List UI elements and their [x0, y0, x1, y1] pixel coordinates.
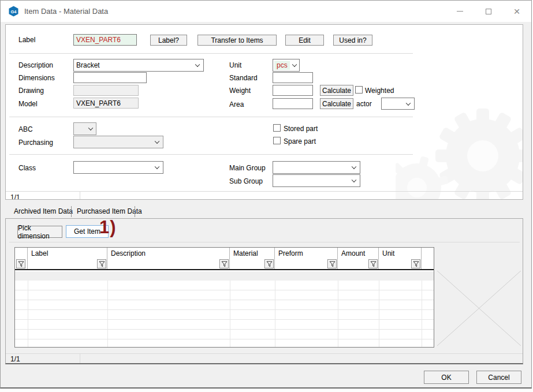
gridline — [338, 281, 338, 347]
column-header-material[interactable]: Material — [230, 248, 275, 259]
standard-input[interactable] — [273, 72, 313, 83]
model-value: VXEN_PART6 — [76, 99, 121, 107]
filter-funnel-icon[interactable] — [219, 259, 229, 268]
gridline — [28, 281, 28, 347]
gridline — [107, 281, 108, 347]
column-header-filler — [422, 248, 434, 259]
filter-funnel-icon[interactable] — [411, 259, 420, 268]
gridline — [379, 281, 379, 347]
weight-input[interactable] — [273, 85, 313, 96]
filter-cell-filler — [422, 259, 434, 269]
filter-cell-preform — [275, 259, 338, 269]
annotation-1: 1) — [99, 218, 117, 238]
main-group-combobox[interactable] — [273, 161, 360, 174]
area-caption: Area — [229, 100, 244, 109]
cancel-button[interactable]: Cancel — [476, 371, 521, 384]
record-pager: 1/1 — [10, 193, 20, 200]
edit-button[interactable]: Edit — [285, 35, 324, 46]
column-header-unit[interactable]: Unit — [379, 248, 422, 259]
table-filter-row — [15, 259, 434, 270]
used-in-button[interactable]: Used in? — [333, 35, 372, 46]
sub-group-combobox[interactable] — [273, 174, 360, 187]
separator — [9, 117, 413, 117]
get-item-button-text: Get Item — [74, 227, 100, 236]
area-input[interactable] — [273, 98, 313, 109]
close-icon[interactable]: × — [509, 1, 524, 22]
stored-part-checkbox[interactable] — [273, 124, 281, 132]
table-header-row: Label Description Material Preform Amoun… — [15, 248, 434, 259]
filter-funnel-icon[interactable] — [327, 259, 337, 268]
chevron-down-icon — [88, 126, 93, 130]
column-header-label[interactable]: Label — [28, 248, 107, 259]
tab-divider — [135, 206, 135, 217]
chevron-down-icon — [155, 139, 159, 144]
table-empty-rows — [15, 281, 434, 347]
purchasing-caption: Purchasing — [18, 139, 53, 147]
tab-divider — [71, 206, 72, 217]
column-header-label-text: Label — [28, 248, 107, 257]
table-new-row — [15, 271, 434, 281]
chevron-down-icon — [352, 165, 356, 169]
item-data-dialog: G4 Item Data - Material Data × — [0, 0, 532, 389]
description-caption: Description — [18, 61, 53, 69]
pick-dimension-button-text: Pick dimension — [18, 224, 62, 240]
tab-purchased-item-data[interactable]: Purchased Item Data — [77, 207, 142, 215]
filter-funnel-icon[interactable] — [97, 259, 106, 268]
table-body[interactable] — [15, 271, 434, 347]
chevron-down-icon — [292, 62, 297, 67]
pager-strip-border — [6, 191, 523, 192]
unit-value: pcs — [274, 61, 290, 70]
separator — [9, 53, 413, 54]
pager-divider — [80, 191, 80, 199]
unit-caption: Unit — [229, 61, 241, 69]
calculate-area-button-text: Calculate — [322, 100, 351, 108]
column-header-material-text: Material — [230, 248, 274, 257]
column-header-unit-text: Unit — [379, 248, 421, 257]
column-header-description-text: Description — [107, 248, 229, 257]
gear-watermark-icon — [396, 104, 523, 200]
ok-button[interactable]: OK — [424, 371, 469, 384]
unit-combobox[interactable]: pcs — [273, 59, 300, 72]
minimize-icon[interactable] — [452, 1, 467, 22]
chevron-down-icon — [406, 100, 411, 105]
pager-divider — [80, 353, 80, 363]
calculate-area-button[interactable]: Calculate — [320, 98, 353, 109]
column-header-description[interactable]: Description — [107, 248, 230, 259]
column-header-preform[interactable]: Preform — [275, 248, 338, 259]
pick-dimension-button[interactable]: Pick dimension — [17, 226, 62, 238]
label-question-button[interactable]: Label? — [150, 35, 187, 46]
description-combobox[interactable]: Bracket — [73, 59, 204, 72]
maximize-icon[interactable] — [481, 1, 496, 22]
weighted-checkbox[interactable] — [355, 86, 363, 94]
abc-combobox[interactable] — [73, 122, 96, 135]
calculate-weight-button[interactable]: Calculate — [320, 85, 353, 96]
window-title: Item Data - Material Data — [24, 1, 108, 22]
chevron-down-icon — [352, 178, 356, 182]
weighted-caption: Weighted — [365, 87, 394, 95]
gridline — [275, 281, 275, 347]
factor-combobox[interactable] — [381, 98, 415, 110]
filter-funnel-icon[interactable] — [16, 259, 25, 268]
tab-archived-item-data[interactable]: Archived Item Data — [14, 207, 73, 215]
filter-funnel-icon[interactable] — [368, 259, 378, 268]
transfer-to-items-button[interactable]: Transfer to Items — [197, 35, 277, 46]
filter-cell-selector — [15, 259, 28, 269]
maximize-glyph — [486, 9, 491, 14]
dimensions-caption: Dimensions — [18, 74, 55, 82]
filter-funnel-icon[interactable] — [264, 259, 274, 268]
close-glyph: × — [513, 6, 520, 17]
model-caption: Model — [18, 100, 38, 108]
separator — [9, 242, 520, 242]
gridline — [422, 281, 422, 347]
factor-caption: actor — [356, 100, 372, 108]
title-bar[interactable]: G4 Item Data - Material Data × — [1, 1, 531, 22]
spare-part-checkbox[interactable] — [273, 137, 281, 144]
column-header-amount[interactable]: Amount — [338, 248, 379, 259]
archived-items-table[interactable]: Label Description Material Preform Amoun… — [14, 247, 434, 348]
weight-caption: Weight — [229, 87, 251, 95]
label-input[interactable]: VXEN_PART6 — [73, 34, 137, 46]
purchasing-combobox[interactable] — [73, 136, 163, 148]
separator — [9, 154, 413, 155]
dimensions-input[interactable] — [73, 72, 147, 83]
class-combobox[interactable] — [73, 161, 163, 174]
